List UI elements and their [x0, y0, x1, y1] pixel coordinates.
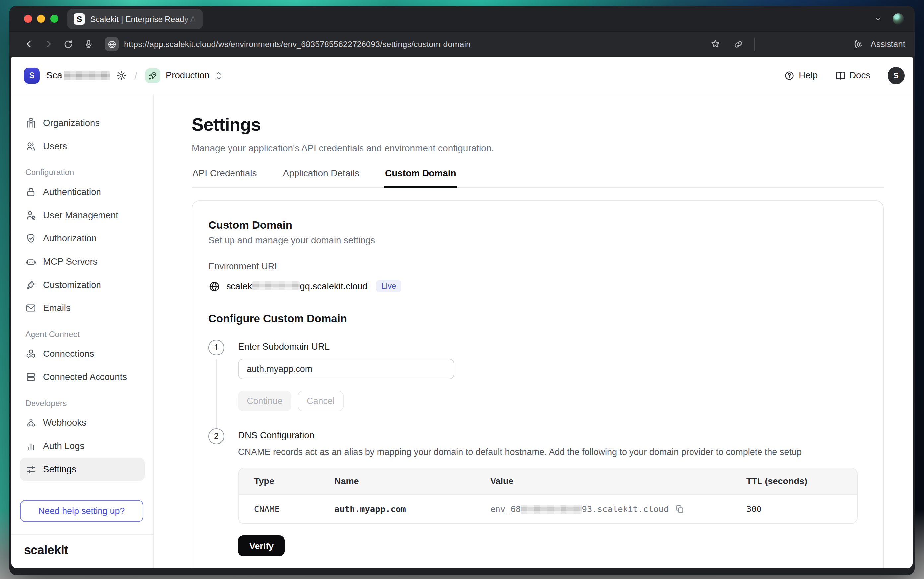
sidebar-item-settings[interactable]: Settings [20, 458, 145, 481]
workspace-name-prefix: Sca [46, 70, 62, 80]
sidebar-group-configuration: Configuration [25, 168, 139, 177]
robot-icon [25, 256, 36, 267]
step-2: 2 DNS Configuration CNAME records act as… [208, 429, 855, 556]
record-name: auth.myapp.com [334, 494, 490, 523]
col-ttl: TTL (seconds) [746, 468, 857, 494]
step-1: 1 Enter Subdomain URL Continue Cancel [208, 340, 855, 429]
docs-button[interactable]: Docs [835, 70, 870, 80]
app-viewport: S Sca / Production [11, 57, 913, 568]
user-avatar[interactable]: S [888, 67, 905, 84]
tab-favicon: S [74, 13, 85, 25]
sidebar-item-users[interactable]: Users [20, 135, 145, 158]
record-value-redacted [521, 505, 582, 514]
environment-url-redacted [252, 281, 300, 291]
bar-chart-icon [25, 440, 36, 451]
caret-updown-icon[interactable] [215, 70, 222, 80]
sidebar-item-webhooks[interactable]: Webhooks [20, 411, 145, 434]
sidebar-item-authorization[interactable]: Authorization [20, 227, 145, 250]
cancel-button[interactable]: Cancel [298, 391, 343, 411]
record-ttl: 300 [746, 494, 857, 523]
sidebar-item-user-management[interactable]: User Management [20, 204, 145, 227]
sidebar-item-label: Connections [43, 349, 94, 359]
environment-name[interactable]: Production [166, 70, 209, 80]
sidebar-item-customization[interactable]: Customization [20, 273, 145, 296]
users-icon [25, 141, 36, 152]
chevron-down-icon[interactable] [873, 14, 882, 23]
book-icon [835, 70, 846, 80]
sidebar-item-auth-logs[interactable]: Auth Logs [20, 434, 145, 458]
bookmark-star-icon[interactable] [710, 38, 721, 50]
continue-button[interactable]: Continue [238, 391, 291, 411]
shield-check-icon [25, 233, 36, 244]
user-gear-icon [25, 209, 36, 221]
app-header: S Sca / Production [11, 57, 913, 94]
close-window-button[interactable] [24, 15, 32, 23]
sidebar-item-organizations[interactable]: Organizations [20, 111, 145, 135]
copy-link-icon[interactable] [733, 39, 744, 49]
sidebar-footer: scalekit [11, 534, 153, 568]
subdomain-label: Enter Subdomain URL [238, 342, 855, 352]
sidebar-item-label: Settings [43, 464, 76, 474]
verify-button[interactable]: Verify [238, 535, 285, 556]
environment-url-row: scalekgq.scalekit.cloud Live [208, 280, 855, 293]
sidebar-item-emails[interactable]: Emails [20, 296, 145, 320]
copy-icon[interactable] [675, 504, 685, 514]
main-content: Settings Manage your application's API c… [154, 94, 913, 568]
sidebar-item-label: MCP Servers [43, 257, 98, 267]
sidebar-item-mcp-servers[interactable]: MCP Servers [20, 250, 145, 273]
tab-title: Scalekit | Enterprise Ready A [90, 14, 196, 23]
zoom-window-button[interactable] [51, 15, 58, 23]
sidebar-group-developers: Developers [25, 399, 139, 408]
workspace-logo[interactable]: S [24, 67, 40, 83]
mic-icon[interactable] [78, 39, 98, 49]
docs-label: Docs [849, 70, 870, 80]
assistant-button[interactable]: Assistant [855, 39, 906, 49]
configure-heading: Configure Custom Domain [208, 312, 855, 325]
reload-icon[interactable] [58, 39, 78, 49]
sidebar-item-authentication[interactable]: Authentication [20, 180, 145, 204]
page-title: Settings [192, 115, 913, 135]
sidebar: Organizations Users Configuration [11, 94, 154, 568]
help-button[interactable]: Help [784, 70, 818, 80]
production-rocket-icon [145, 68, 160, 83]
record-value-prefix: env_68 [490, 504, 521, 514]
sidebar-item-label: Connected Accounts [43, 372, 127, 382]
sidebar-item-connections[interactable]: Connections [20, 342, 145, 365]
record-value: env_6893.scalekit.cloud [490, 494, 746, 523]
browser-window: S Scalekit | Enterprise Ready A [9, 6, 915, 575]
browser-profile-avatar[interactable] [893, 13, 904, 24]
brush-icon [25, 279, 36, 291]
scalekit-wordmark: scalekit [24, 543, 68, 557]
sidebar-item-connected-accounts[interactable]: Connected Accounts [20, 365, 145, 389]
forward-icon[interactable] [38, 39, 58, 49]
globe-icon [208, 280, 220, 292]
workspace-name[interactable]: Sca [46, 70, 110, 80]
sidebar-item-label: Users [43, 141, 67, 151]
stacked-rows-icon [25, 371, 36, 383]
dns-table: Type Name Value TTL (seconds) [238, 468, 858, 524]
minimize-window-button[interactable] [37, 15, 45, 23]
sidebar-item-label: Authentication [43, 187, 101, 197]
browser-tab[interactable]: S Scalekit | Enterprise Ready A [67, 9, 203, 29]
page-subtitle: Manage your application's API credential… [192, 142, 913, 153]
address-bar-url[interactable]: https://app.scalekit.cloud/ws/environmen… [124, 39, 471, 49]
workspace-gear-icon[interactable] [116, 70, 127, 80]
tab-custom-domain[interactable]: Custom Domain [384, 168, 457, 187]
environment-url-label: Environment URL [208, 261, 855, 271]
webhook-icon [25, 417, 36, 429]
record-value-text: env_6893.scalekit.cloud [490, 504, 669, 514]
help-label: Help [799, 70, 818, 80]
sidebar-item-label: Customization [43, 280, 101, 290]
environment-url-value: scalekgq.scalekit.cloud [226, 281, 368, 291]
need-help-button[interactable]: Need help setting up? [20, 500, 143, 522]
card-subheading: Set up and manage your domain settings [208, 236, 855, 245]
tab-application-details[interactable]: Application Details [282, 168, 360, 187]
record-type: CNAME [239, 494, 334, 523]
col-value: Value [490, 468, 746, 494]
mail-icon [25, 303, 36, 314]
tab-api-credentials[interactable]: API Credentials [192, 168, 258, 187]
dns-configuration-label: DNS Configuration [238, 430, 855, 440]
back-icon[interactable] [19, 39, 38, 49]
sidebar-item-label: Webhooks [43, 418, 86, 428]
subdomain-input[interactable] [238, 359, 455, 379]
